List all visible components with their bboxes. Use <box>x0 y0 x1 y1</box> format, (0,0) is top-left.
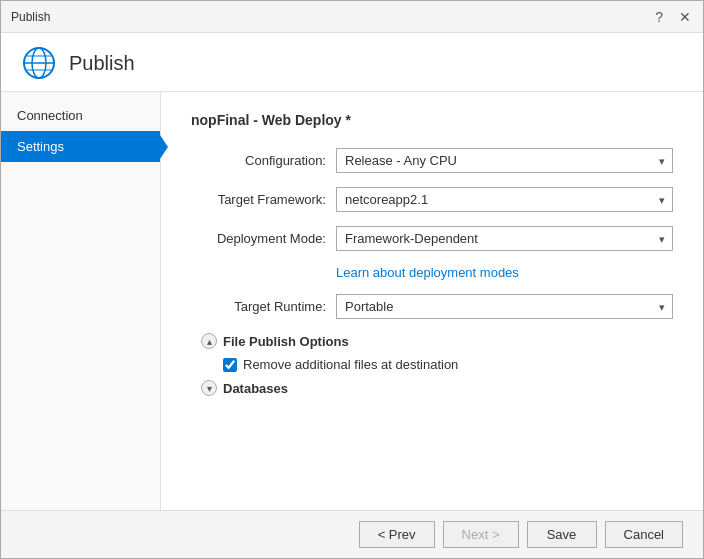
databases-section: ▾ Databases <box>191 380 673 396</box>
section-title: nopFinal - Web Deploy * <box>191 112 673 128</box>
header-title: Publish <box>69 52 135 75</box>
sidebar-item-settings[interactable]: Settings <box>1 131 160 162</box>
target-runtime-dropdown-wrapper: Portable <box>336 294 673 319</box>
target-framework-label: Target Framework: <box>191 192 336 207</box>
next-button[interactable]: Next > <box>443 521 519 548</box>
target-framework-row: Target Framework: netcoreapp2.1 <box>191 187 673 212</box>
file-publish-options-header[interactable]: ▴ File Publish Options <box>201 333 673 349</box>
target-framework-dropdown[interactable]: netcoreapp2.1 <box>336 187 673 212</box>
globe-icon <box>21 45 57 81</box>
cancel-button[interactable]: Cancel <box>605 521 683 548</box>
databases-collapse-icon: ▾ <box>201 380 217 396</box>
remove-files-row: Remove additional files at destination <box>223 357 673 372</box>
target-runtime-dropdown[interactable]: Portable <box>336 294 673 319</box>
header: Publish <box>1 33 703 92</box>
target-runtime-label: Target Runtime: <box>191 299 336 314</box>
save-button[interactable]: Save <box>527 521 597 548</box>
configuration-row: Configuration: Release - Any CPU <box>191 148 673 173</box>
databases-title: Databases <box>223 381 288 396</box>
file-publish-options-title: File Publish Options <box>223 334 349 349</box>
target-runtime-row: Target Runtime: Portable <box>191 294 673 319</box>
window-title: Publish <box>11 10 50 24</box>
sidebar-item-connection[interactable]: Connection <box>1 100 160 131</box>
main-content: nopFinal - Web Deploy * Configuration: R… <box>161 92 703 510</box>
deployment-mode-label: Deployment Mode: <box>191 231 336 246</box>
title-bar-left: Publish <box>11 10 50 24</box>
help-button[interactable]: ? <box>653 9 665 25</box>
file-publish-options-content: Remove additional files at destination <box>223 357 673 372</box>
title-bar-right: ? ✕ <box>653 9 693 25</box>
title-bar: Publish ? ✕ <box>1 1 703 33</box>
configuration-dropdown[interactable]: Release - Any CPU <box>336 148 673 173</box>
target-framework-dropdown-wrapper: netcoreapp2.1 <box>336 187 673 212</box>
prev-button[interactable]: < Prev <box>359 521 435 548</box>
deployment-mode-dropdown[interactable]: Framework-Dependent <box>336 226 673 251</box>
content-area: Connection Settings nopFinal - Web Deplo… <box>1 92 703 510</box>
deployment-mode-row: Deployment Mode: Framework-Dependent <box>191 226 673 251</box>
close-button[interactable]: ✕ <box>677 9 693 25</box>
databases-header[interactable]: ▾ Databases <box>201 380 673 396</box>
publish-window: Publish ? ✕ Publish Connection Settings <box>0 0 704 559</box>
footer: < Prev Next > Save Cancel <box>1 510 703 558</box>
configuration-label: Configuration: <box>191 153 336 168</box>
learn-deployment-modes-link[interactable]: Learn about deployment modes <box>336 265 673 280</box>
file-publish-options-section: ▴ File Publish Options Remove additional… <box>191 333 673 372</box>
remove-files-label: Remove additional files at destination <box>243 357 458 372</box>
configuration-dropdown-wrapper: Release - Any CPU <box>336 148 673 173</box>
sidebar: Connection Settings <box>1 92 161 510</box>
remove-files-checkbox[interactable] <box>223 358 237 372</box>
file-publish-collapse-icon: ▴ <box>201 333 217 349</box>
deployment-mode-dropdown-wrapper: Framework-Dependent <box>336 226 673 251</box>
